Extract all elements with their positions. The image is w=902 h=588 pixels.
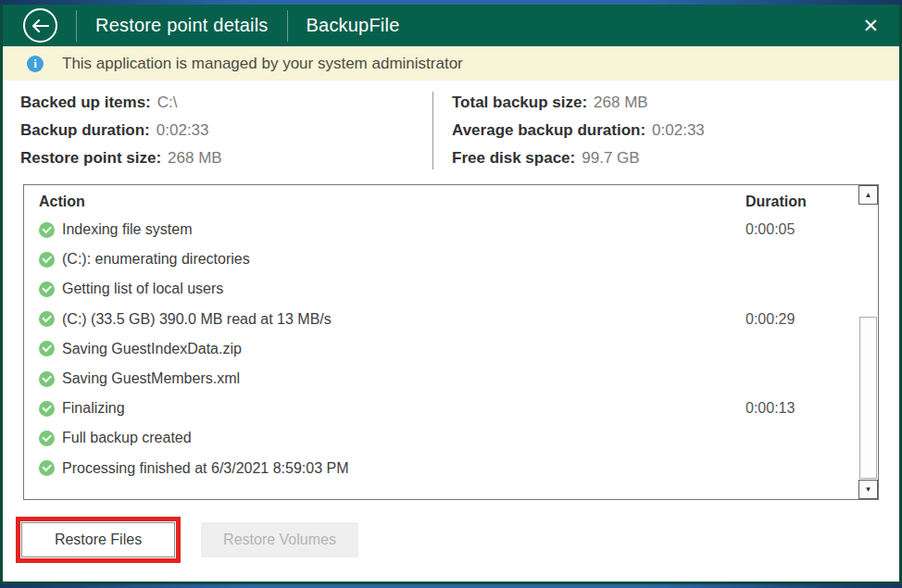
success-check-icon (39, 460, 55, 476)
summary-value: 0:02:33 (157, 121, 209, 139)
action-text: (C:): enumerating directories (62, 251, 250, 268)
back-arrow-icon (31, 19, 50, 33)
action-text: Finalizing (62, 400, 125, 417)
duration-cell: 0:00:13 (745, 400, 858, 417)
scroll-down-icon[interactable]: ▼ (858, 480, 878, 499)
action-text: Processing finished at 6/3/2021 8:59:03 … (62, 460, 349, 477)
column-header-duration: Duration (745, 194, 858, 210)
action-cell: Indexing file system (39, 221, 745, 238)
action-text: Saving GuestIndexData.zip (62, 341, 242, 357)
title-bar: Restore point details BackupFile ✕ (3, 5, 899, 46)
column-header-action: Action (39, 194, 745, 210)
action-text: Getting list of local users (62, 281, 223, 297)
footer-actions: Restore Files Restore Volumes (16, 517, 899, 563)
footer-spacer (3, 563, 899, 582)
table-row: Processing finished at 6/3/2021 8:59:03 … (24, 454, 858, 483)
titlebar-divider (287, 10, 288, 42)
success-check-icon (39, 341, 55, 357)
scrollbar-thumb[interactable] (859, 317, 877, 479)
success-check-icon (39, 311, 55, 327)
admin-banner: i This application is managed by your sy… (3, 46, 899, 81)
back-button[interactable] (23, 8, 57, 43)
action-text: Full backup created (62, 430, 192, 446)
summary-item: Free disk space:99.7 GB (452, 144, 899, 172)
info-icon: i (27, 56, 44, 72)
action-cell: Finalizing (39, 400, 745, 417)
restore-volumes-button[interactable]: Restore Volumes (201, 522, 358, 557)
summary-value: 268 MB (168, 149, 222, 167)
summary-label: Restore point size: (20, 149, 161, 167)
success-check-icon (39, 281, 55, 297)
action-text: Indexing file system (62, 221, 193, 238)
action-cell: Processing finished at 6/3/2021 8:59:03 … (39, 460, 745, 477)
page-title: Restore point details (95, 15, 269, 36)
summary-left-column: Backed up items:C:\ Backup duration:0:02… (3, 89, 432, 172)
action-cell: (C:): enumerating directories (39, 251, 745, 268)
duration-cell: 0:00:29 (745, 311, 858, 328)
summary-item: Backed up items:C:\ (20, 89, 432, 117)
summary-item: Average backup duration:0:02:33 (452, 117, 899, 144)
table-row: Saving GuestMembers.xml (24, 364, 858, 394)
table-row: Saving GuestIndexData.zip (24, 334, 858, 364)
table-header: Action Duration (24, 185, 858, 215)
titlebar-divider (76, 10, 77, 42)
restore-point-details-window: Restore point details BackupFile ✕ i Thi… (0, 5, 902, 584)
action-cell: Saving GuestMembers.xml (39, 370, 745, 387)
duration-cell: 0:00:05 (745, 221, 858, 238)
summary-item: Total backup size:268 MB (452, 89, 899, 117)
action-cell: (C:) (33.5 GB) 390.0 MB read at 13 MB/s (39, 311, 745, 328)
table-row: (C:) (33.5 GB) 390.0 MB read at 13 MB/s … (24, 305, 858, 334)
scroll-up-icon[interactable]: ▲ (858, 185, 878, 205)
summary-label: Backup duration: (20, 121, 150, 139)
table-body: Indexing file system 0:00:05 (C:): enume… (24, 215, 858, 483)
summary-label: Backed up items: (20, 94, 151, 111)
success-check-icon (39, 401, 55, 417)
table-row: Finalizing 0:00:13 (24, 394, 858, 423)
summary-right-column: Total backup size:268 MB Average backup … (433, 89, 899, 172)
backup-job-name: BackupFile (307, 15, 400, 36)
table-row: Getting list of local users (24, 274, 858, 304)
table-row: Indexing file system 0:00:05 (24, 215, 858, 244)
summary-value: 99.7 GB (582, 149, 639, 167)
close-icon[interactable]: ✕ (857, 12, 884, 39)
table-row: Full backup created (24, 423, 858, 453)
action-cell: Getting list of local users (39, 281, 745, 297)
annotation-highlight: Restore Files (16, 517, 181, 563)
summary-item: Restore point size:268 MB (20, 144, 432, 172)
summary-item: Backup duration:0:02:33 (20, 117, 432, 144)
summary-value: 268 MB (594, 94, 648, 111)
action-text: Saving GuestMembers.xml (62, 370, 240, 387)
action-cell: Full backup created (39, 430, 745, 446)
success-check-icon (39, 371, 55, 387)
vertical-scrollbar[interactable]: ▲ ▼ (858, 185, 878, 499)
summary-label: Average backup duration: (452, 121, 645, 139)
summary-value: C:\ (157, 94, 178, 111)
summary-value: 0:02:33 (652, 121, 705, 139)
summary-label: Free disk space: (452, 149, 575, 167)
success-check-icon (39, 431, 55, 446)
admin-banner-text: This application is managed by your syst… (62, 55, 463, 73)
restore-files-button[interactable]: Restore Files (21, 522, 175, 557)
action-log-table: Action Duration Indexing file system 0:0… (23, 184, 879, 500)
backup-summary: Backed up items:C:\ Backup duration:0:02… (3, 81, 899, 178)
success-check-icon (39, 252, 55, 268)
summary-label: Total backup size: (452, 94, 587, 111)
table-row: (C:): enumerating directories (24, 244, 858, 274)
action-cell: Saving GuestIndexData.zip (39, 341, 745, 357)
success-check-icon (39, 222, 55, 238)
action-text: (C:) (33.5 GB) 390.0 MB read at 13 MB/s (62, 311, 332, 328)
